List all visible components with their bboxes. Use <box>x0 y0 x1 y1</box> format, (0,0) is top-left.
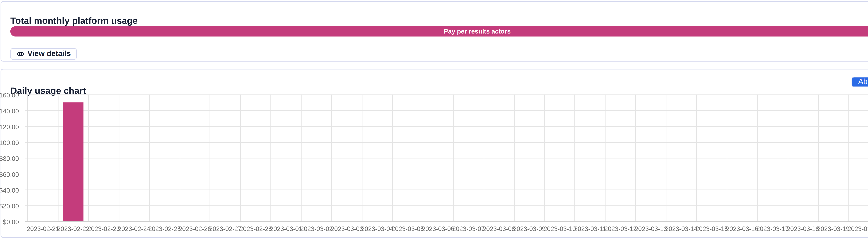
chart-column-2023-02-25: 2023-02-25 <box>150 94 180 221</box>
usage-breakdown-bar: Pay per results actors <box>10 26 868 36</box>
x-axis-label: 2023-02-28 <box>240 226 272 232</box>
y-axis-label: $160.00 <box>0 92 19 98</box>
x-axis-label: 2023-03-11 <box>574 226 606 232</box>
chart-column-2023-03-15: 2023-03-15 <box>697 94 727 221</box>
chart-column-2023-03-14: 2023-03-14 <box>666 94 697 221</box>
page: Total monthly platform usage $150.00 Pay… <box>0 0 868 239</box>
monthly-usage-title: Total monthly platform usage <box>10 16 138 25</box>
x-axis-label: 2023-03-02 <box>300 226 333 232</box>
daily-usage-chart-card: Daily usage chart AbsoluteCumulative $16… <box>1 69 868 238</box>
usage-bar-2023-02-22[interactable] <box>63 103 84 221</box>
chart-column-2023-03-16: 2023-03-16 <box>727 94 757 221</box>
chart-column-2023-03-04: 2023-03-04 <box>363 94 393 221</box>
y-axis-label: $80.00 <box>0 155 19 162</box>
x-axis-label: 2023-03-20 <box>847 226 868 232</box>
view-details-label: View details <box>27 49 71 58</box>
x-axis-label: 2023-03-16 <box>726 226 758 232</box>
chart-column-2023-02-24: 2023-02-24 <box>119 94 150 221</box>
chart-column-2023-03-13: 2023-03-13 <box>636 94 666 221</box>
chart-column-2023-02-27: 2023-02-27 <box>210 94 241 221</box>
bar-chart-plot-area: $160.00$140.00$120.00$100.00$80.00$60.00… <box>27 94 868 221</box>
y-axis-label: $60.00 <box>0 171 19 178</box>
chart-column-2023-02-26: 2023-02-26 <box>180 94 210 221</box>
x-axis-label: 2023-03-06 <box>422 226 454 232</box>
y-axis-label: $40.00 <box>0 187 19 193</box>
x-axis-label: 2023-03-14 <box>665 226 698 232</box>
y-axis-label: $0.00 <box>3 218 19 225</box>
view-details-button[interactable]: View details <box>10 48 77 59</box>
chart-columns: 2023-02-212023-02-222023-02-232023-02-24… <box>27 94 868 221</box>
chart-column-2023-02-28: 2023-02-28 <box>241 94 271 221</box>
daily-usage-chart-title: Daily usage chart <box>10 86 86 95</box>
y-axis-label: $140.00 <box>0 108 19 114</box>
x-axis-label: 2023-02-23 <box>88 226 120 232</box>
eye-icon <box>17 50 25 58</box>
chart-column-2023-03-18: 2023-03-18 <box>788 94 818 221</box>
toggle-absolute-button[interactable]: Absolute <box>852 77 868 87</box>
x-axis-label: 2023-02-24 <box>118 226 150 232</box>
chart-column-2023-03-11: 2023-03-11 <box>575 94 606 221</box>
x-axis-label: 2023-02-21 <box>27 226 59 232</box>
y-gridline: $0.00 <box>25 221 868 222</box>
chart-column-2023-03-10: 2023-03-10 <box>545 94 575 221</box>
chart-column-2023-03-20: 2023-03-20 <box>849 94 868 221</box>
y-axis-label: $20.00 <box>0 203 19 209</box>
y-axis-label: $100.00 <box>0 139 19 146</box>
monthly-usage-card: Total monthly platform usage $150.00 Pay… <box>1 1 868 61</box>
chart-column-2023-02-21: 2023-02-21 <box>28 94 58 221</box>
x-axis-label: 2023-03-05 <box>392 226 424 232</box>
x-axis-label: 2023-03-12 <box>604 226 637 232</box>
chart-column-2023-03-08: 2023-03-08 <box>484 94 515 221</box>
chart-column-2023-03-12: 2023-03-12 <box>606 94 636 221</box>
x-axis-label: 2023-02-22 <box>57 226 90 232</box>
x-axis-label: 2023-03-04 <box>361 226 394 232</box>
x-axis-label: 2023-03-17 <box>756 226 789 232</box>
chart-column-2023-03-17: 2023-03-17 <box>757 94 788 221</box>
x-axis-label: 2023-03-13 <box>635 226 667 232</box>
x-axis-label: 2023-03-03 <box>331 226 363 232</box>
x-axis-label: 2023-03-18 <box>787 226 819 232</box>
chart-column-2023-03-01: 2023-03-01 <box>271 94 302 221</box>
x-axis-label: 2023-02-27 <box>209 226 242 232</box>
chart-column-2023-02-22: 2023-02-22 <box>59 94 89 221</box>
chart-column-2023-03-06: 2023-03-06 <box>423 94 454 221</box>
x-axis-label: 2023-03-10 <box>544 226 576 232</box>
chart-column-2023-03-07: 2023-03-07 <box>454 94 484 221</box>
chart-column-2023-03-05: 2023-03-05 <box>393 94 423 221</box>
chart-column-2023-03-02: 2023-03-02 <box>302 94 332 221</box>
x-axis-label: 2023-03-08 <box>483 226 515 232</box>
x-axis-label: 2023-02-26 <box>179 226 211 232</box>
y-axis-label: $120.00 <box>0 123 19 130</box>
x-axis-label: 2023-03-09 <box>513 226 546 232</box>
chart-column-2023-03-09: 2023-03-09 <box>515 94 545 221</box>
chart-column-2023-02-23: 2023-02-23 <box>89 94 119 221</box>
chart-column-2023-03-19: 2023-03-19 <box>818 94 849 221</box>
x-axis-label: 2023-03-07 <box>453 226 485 232</box>
x-axis-label: 2023-03-01 <box>270 226 302 232</box>
x-axis-label: 2023-02-25 <box>148 226 181 232</box>
chart-column-2023-03-03: 2023-03-03 <box>332 94 363 221</box>
usage-segment-pay-per-results[interactable]: Pay per results actors <box>10 26 868 36</box>
x-axis-label: 2023-03-15 <box>695 226 728 232</box>
chart-mode-toggle: AbsoluteCumulative <box>851 77 868 87</box>
x-axis-label: 2023-03-19 <box>817 226 849 232</box>
